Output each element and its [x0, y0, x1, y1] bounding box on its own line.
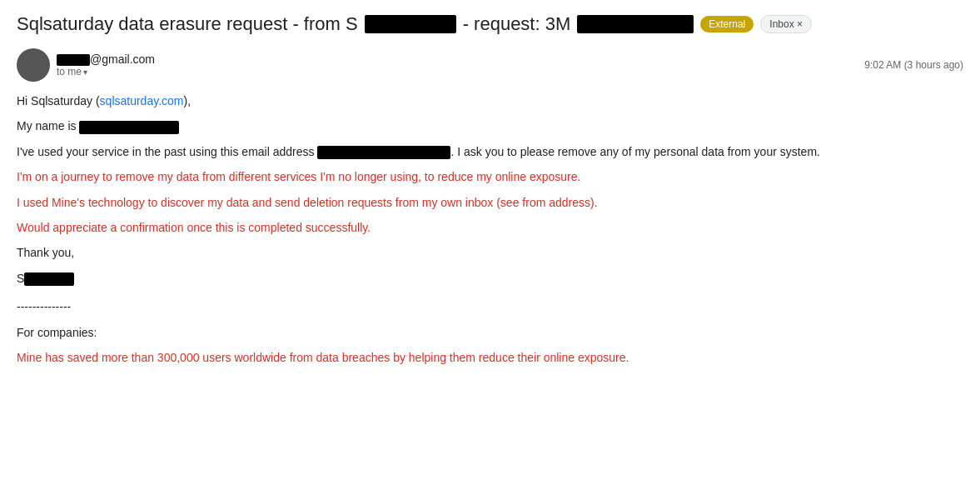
sender-info: @gmail.com to me ▾	[17, 48, 155, 82]
sender-name: @gmail.com	[57, 52, 155, 66]
redacted-signature	[24, 272, 74, 286]
to-me-label[interactable]: to me ▾	[57, 66, 155, 78]
subject-text-prefix: Sqlsaturday data erasure request - from …	[17, 13, 358, 35]
greeting-text: Hi Sqlsaturday (	[17, 94, 100, 108]
journey-line: I'm on a journey to remove my data from …	[17, 168, 963, 186]
signature-line: S	[17, 269, 963, 288]
mine-description: Mine has saved more than 300,000 users w…	[17, 348, 963, 367]
redacted-sender-name	[365, 15, 456, 33]
greeting-end: ),	[184, 94, 192, 108]
used-service-line: I've used your service in the past using…	[17, 142, 963, 161]
sender-email-suffix: @gmail.com	[90, 52, 155, 66]
used-service-suffix: . I ask you to please remove any of my p…	[450, 145, 820, 158]
divider-line: --------------	[17, 298, 963, 316]
name-line: My name is	[17, 117, 963, 135]
used-service-prefix: I've used your service in the past using…	[17, 145, 315, 158]
redacted-full-name	[79, 121, 179, 134]
redacted-email-address	[317, 146, 450, 159]
confirmation-line: Would appreciate a confirmation once thi…	[17, 218, 963, 237]
for-companies-label: For companies:	[17, 323, 963, 342]
email-header: Sqlsaturday data erasure request - from …	[17, 13, 963, 35]
email-timestamp: 9:02 AM (3 hours ago)	[864, 59, 963, 71]
thank-you-line: Thank you,	[17, 243, 963, 262]
name-prefix: My name is	[17, 119, 77, 132]
chevron-down-icon: ▾	[83, 68, 87, 77]
external-badge: External	[700, 16, 754, 32]
inbox-badge[interactable]: Inbox ×	[760, 15, 812, 33]
to-me-text: to me	[57, 66, 82, 78]
email-subject: Sqlsaturday data erasure request - from …	[17, 13, 812, 35]
avatar	[17, 48, 50, 82]
greeting-line: Hi Sqlsaturday (sqlsaturday.com),	[17, 92, 963, 110]
redacted-request-id	[577, 15, 694, 33]
sqlsaturday-link[interactable]: sqlsaturday.com	[100, 94, 184, 108]
sender-row: @gmail.com to me ▾ 9:02 AM (3 hours ago)	[17, 48, 963, 82]
mine-tech-line: I used Mine's technology to discover my …	[17, 193, 963, 212]
email-body: Hi Sqlsaturday (sqlsaturday.com), My nam…	[17, 92, 963, 367]
subject-text-middle: - request: 3M	[463, 13, 571, 35]
mine-description-text: Mine has saved more than 300,000 users w…	[17, 351, 629, 364]
redacted-sender-name-inline	[57, 54, 90, 66]
sender-details: @gmail.com to me ▾	[57, 52, 155, 78]
